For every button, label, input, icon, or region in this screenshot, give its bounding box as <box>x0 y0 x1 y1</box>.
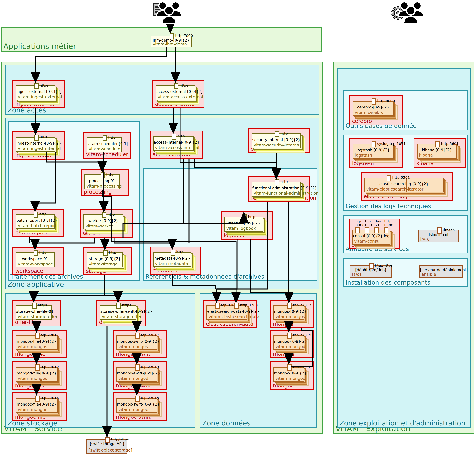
elasticsearch-data-service-name: vitam-elasticsearch-data <box>209 314 259 319</box>
workspace-group-label: workspace <box>15 268 43 274</box>
consul-port-label: dns:53 <box>374 219 382 227</box>
port-label-line: http: <box>384 219 393 223</box>
workspace-service-name: vitam-workspace <box>18 262 53 266</box>
processing-port-label: http <box>106 172 114 177</box>
offer-file-node-stack: storage-offer-file-01vitam-storage-offer… <box>16 305 52 320</box>
storage-node-stack: storage-[0-9]{2}vitam-storagehttp <box>87 253 123 267</box>
logbook-node: logbook-[0-9]{2}vitam-logbookhttp <box>224 217 264 232</box>
cerebro-node: cerebro-[0-9]{2}vitam-cerebrohttp:9000 <box>353 101 394 116</box>
ihm-demo-port <box>170 33 174 39</box>
offer-file-instance-name: storage-offer-file-01 <box>16 309 51 314</box>
mongod-node-stack: mongod-[0-9]{2}vitam-mongodtcp:27019 <box>273 335 305 350</box>
mongod-swift-node-stack: mongod-swift-[0-9]{2}vitam-mongodtcp:270… <box>116 367 157 382</box>
access-external-instance-name: access-external-[0-9]{2} <box>156 89 195 94</box>
mongod-file-instance-name: mongod-file-[0-9]{2} <box>16 371 57 375</box>
storage-service-name: vitam-storage <box>89 262 118 266</box>
cerebro-port-label: http:9000 <box>377 99 395 103</box>
serveur-deploiement-node: [serveur de déploiement]ansible <box>419 265 463 278</box>
kibana-port-label: http:5601 <box>441 141 459 146</box>
ingest-external-node-stack: ingest-external-[0-9]{2}vitam-ingest-ext… <box>16 85 55 100</box>
worker-node: worker-[0-9]{2}vitam-workerhttp <box>84 214 123 229</box>
offer-swift-port-label: https <box>122 303 131 307</box>
zone-label-zone-applicative: Zone applicative <box>8 281 64 288</box>
swift-storage-api-node-stack: [swift storage API][swift object storage… <box>86 439 128 454</box>
access-external-port-label: https <box>179 83 189 88</box>
elasticsearch-log-secondary-name: curator <box>409 187 423 192</box>
mongod-file-port-label: tcp:27019 <box>41 365 59 369</box>
functional-administration-node: functional-administration-[0-9]{2}vitam-… <box>252 182 301 197</box>
metadata-node: metadata-[0-9]{2}vitam-metadatahttp <box>153 252 191 267</box>
ingest-internal-instance-name: ingest-internal-[0-9]{2} <box>17 141 55 145</box>
metadata-port <box>171 250 175 256</box>
batch-report-port-label: http <box>39 212 47 216</box>
mongoc-node-stack: mongoc-[0-9]{2}vitam-mongoctcp:27018 <box>273 367 305 382</box>
security-internal-port <box>275 131 279 137</box>
elasticsearch-data-instance-name: elasticsearch-data-[0-9]{2} <box>207 309 247 314</box>
worker-instance-name: worker-[0-9]{2} <box>84 219 123 223</box>
logbook-port <box>242 214 247 220</box>
logstash-service-name: logstash <box>355 153 372 158</box>
vitam-scheduler-instance-name: vitam-scheduler-[0-1] <box>87 142 121 146</box>
kibana-node-stack: kibana-[0-9]{2}kibanahttp:5601 <box>417 144 457 158</box>
metadata-service-name: vitam-metadata <box>155 261 188 266</box>
mongoc-swift-service-name: vitam-mongoc <box>118 407 148 412</box>
logstash-node-stack: logstash-[0-9]{2}logstashsyslog:tcp:1051… <box>353 144 394 158</box>
architecture-diagram: ⚙ Applications métierVITAM - ServiceZone… <box>0 0 476 456</box>
offer-swift-instance-name: storage-offer-swift-[0-9]{2} <box>100 309 136 314</box>
users-gear-icon: ⚙ <box>390 2 423 24</box>
functional-administration-node-stack: functional-administration-[0-9]{2}vitam-… <box>252 182 301 197</box>
workspace-node: workspace-01vitam-workspacehttp <box>16 253 55 267</box>
cerebro-instance-name: cerebro-[0-9]{2} <box>353 105 393 109</box>
mongod-node: mongod-[0-9]{2}vitam-mongodtcp:27019 <box>273 335 305 350</box>
mongod-service-name: vitam-mongod <box>275 344 305 349</box>
access-internal-service-name: vitam-access-internal <box>155 145 199 150</box>
users-document-icon <box>154 2 182 24</box>
dns-infra-service-name: [s/o] <box>420 237 429 241</box>
consul-port <box>384 227 389 233</box>
consul-port-label: http:8500 <box>384 219 393 227</box>
consul-instance-name: consul-[0-9]{2}.log <box>353 234 390 238</box>
mongos-service-name: vitam-mongos <box>275 314 305 319</box>
port-label-line: dns: <box>374 219 382 223</box>
mongod-swift-port-label: tcp:27019 <box>141 365 159 369</box>
mongoc-swift-node-stack: mongoc-swift-[0-9]{2}vitam-mongoctcp:270… <box>116 398 157 413</box>
consul-port <box>355 227 360 233</box>
consul-node: consul-[0-9]{2}.logvitam-consultcp:8300t… <box>352 230 391 245</box>
access-internal-port-label: http <box>177 134 185 138</box>
mongoc-file-port <box>35 395 40 402</box>
mongos-swift-node-stack: mongos-swift-[0-9]{2}vitam-mongostcp:270… <box>116 335 157 350</box>
mongod-swift-instance-name: mongod-swift-[0-9]{2} <box>117 371 157 375</box>
logstash-instance-name: logstash-[0-9]{2} <box>353 148 393 152</box>
processing-port <box>101 172 105 178</box>
serveur-deploiement-node-stack: [serveur de déploiement]ansible <box>419 265 463 278</box>
processing-instance-name: processing-01 <box>85 179 119 183</box>
elasticsearch-log-compartment-divider <box>406 178 407 192</box>
access-external-node-stack: access-external-[0-9]{2}vitam-access-ext… <box>156 85 195 100</box>
ihm-demo-port-label: http:7000 <box>175 34 193 38</box>
dns-infra-port <box>437 228 442 234</box>
ingest-internal-service-name: vitam-ingest-internal <box>18 146 61 151</box>
access-internal-port <box>172 134 176 140</box>
mongod-swift-port <box>135 364 140 370</box>
storage-node: storage-[0-9]{2}vitam-storagehttp <box>87 253 123 267</box>
cerebro-node-stack: cerebro-[0-9]{2}vitam-cerebrohttp:9000 <box>353 101 394 116</box>
depot-rpm-deb-node: [dépôt rpm/deb][s/o]http/https <box>350 265 392 278</box>
cerebro-port <box>372 98 376 105</box>
mongoc-port <box>287 364 292 370</box>
mongos-file-service-name: vitam-mongos <box>18 344 47 349</box>
storage-port <box>103 250 108 256</box>
ingest-internal-node: ingest-internal-[0-9]{2}vitam-ingest-int… <box>16 137 55 152</box>
access-internal-node: access-internal-[0-9]{2}vitam-access-int… <box>153 136 194 151</box>
depot-rpm-deb-node-stack: [dépôt rpm/deb][s/o]http/https <box>350 265 392 278</box>
vitam-scheduler-port-label: http <box>108 135 116 140</box>
mongos-file-node-stack: mongos-file-[0-9]{2}vitam-mongostcp:2701… <box>16 335 58 350</box>
ingest-internal-port <box>34 134 39 140</box>
consul-port-label: tcp:8300 <box>356 219 365 227</box>
security-internal-service-name: vitam-security-internal <box>254 143 300 147</box>
security-internal-instance-name: security-internal-[0-9]{2} <box>252 138 300 142</box>
processing-node-stack: processing-01vitam-processinghttp <box>84 175 120 189</box>
port-label-line: 8300 <box>356 223 365 227</box>
dns-infra-node-stack: [dns infra][s/o]dns:53 <box>418 230 459 242</box>
ihm-demo-node: ihm-demo-[0-9]{2}vitam-ihm-demohttp:7000 <box>151 36 192 47</box>
worker-port-label: http <box>108 212 115 217</box>
